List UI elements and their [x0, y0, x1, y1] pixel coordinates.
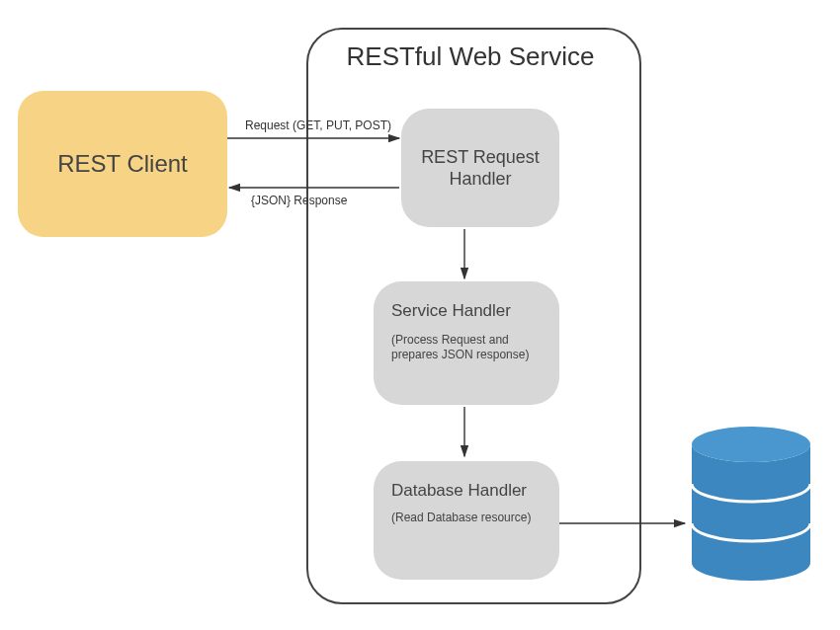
svg-point-0 [692, 427, 810, 462]
database-icon [687, 425, 815, 583]
restful-web-service-title: RESTful Web Service [312, 41, 629, 72]
rest-request-handler-label: REST Request Handler [419, 146, 542, 191]
database-handler-node: Database Handler (Read Database resource… [374, 461, 559, 580]
rest-client-node: REST Client [18, 91, 227, 237]
database-handler-label: Database Handler [391, 475, 542, 501]
service-handler-node: Service Handler (Process Request and pre… [374, 281, 559, 405]
architecture-diagram: REST Client RESTful Web Service REST Req… [0, 0, 840, 630]
service-handler-sublabel: (Process Request and prepares JSON respo… [391, 333, 542, 362]
database-handler-sublabel: (Read Database resource) [391, 511, 542, 525]
rest-request-handler-node: REST Request Handler [401, 109, 559, 227]
rest-client-label: REST Client [57, 150, 188, 178]
edge-label-response: {JSON} Response [251, 194, 347, 207]
edge-label-request: Request (GET, PUT, POST) [245, 118, 391, 132]
service-handler-label: Service Handler [391, 295, 542, 321]
